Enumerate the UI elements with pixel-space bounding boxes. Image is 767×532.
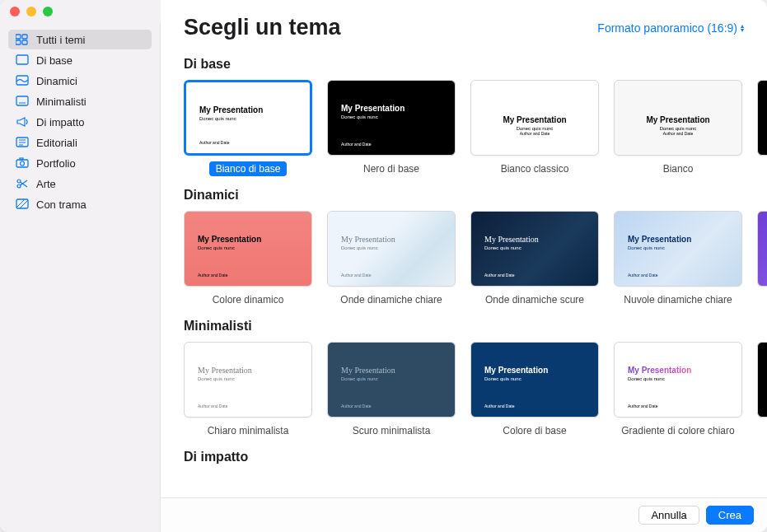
- theme-thumbnail: My Presentation Donec quis nunc Author a…: [184, 80, 312, 156]
- theme-card-partial[interactable]: [757, 211, 767, 307]
- scissors-icon: [15, 177, 30, 190]
- theme-thumbnail: My Presentation Donec quis nunc Author a…: [614, 80, 742, 156]
- theme-card[interactable]: My Presentation Donec quis nunc Author a…: [470, 211, 599, 307]
- theme-thumbnail: My Presentation Donec quis nunc Author a…: [470, 211, 599, 287]
- theme-thumbnail: [757, 80, 767, 156]
- sidebar-item-editoriali[interactable]: Editoriali: [8, 133, 152, 152]
- sidebar-item-con-trama[interactable]: Con trama: [8, 194, 152, 214]
- preview-footer: Author and Date: [484, 273, 585, 278]
- preview-title: My Presentation: [198, 235, 298, 244]
- preview-title: My Presentation: [341, 366, 442, 375]
- preview-subtitle: Donec quis nunc: [341, 114, 442, 119]
- theme-thumbnail: My Presentation Donec quis nunc Author a…: [614, 342, 742, 418]
- theme-label: Colore di base: [496, 423, 573, 438]
- sidebar-item-minimalisti[interactable]: Minimalisti: [8, 91, 152, 111]
- grid-icon: [15, 33, 30, 46]
- theme-card[interactable]: My Presentation Donec quis nunc Author a…: [184, 211, 312, 307]
- svg-point-13: [21, 161, 25, 166]
- theme-card[interactable]: My Presentation Donec quis nunc Author a…: [327, 342, 456, 438]
- svg-rect-0: [16, 35, 21, 39]
- square-icon: [15, 54, 30, 67]
- sidebar-item-label: Di impatto: [36, 116, 85, 128]
- format-selector[interactable]: Formato panoramico (16:9) ▴▾: [597, 21, 744, 35]
- sidebar-item-di-base[interactable]: Di base: [8, 50, 152, 70]
- sidebar-item-label: Minimalisti: [36, 96, 87, 108]
- preview-footer: Author and Date: [484, 404, 585, 408]
- theme-row: My Presentation Donec quis nunc Author a…: [184, 211, 767, 307]
- theme-thumbnail: My Presentation Donec quis nunc Author a…: [327, 342, 456, 418]
- theme-card[interactable]: My Presentation Donec quis nunc Author a…: [614, 211, 742, 307]
- theme-thumbnail: My Presentation Donec quis nunc Author a…: [470, 342, 599, 418]
- section-title: Minimalisti: [184, 319, 767, 334]
- theme-card-partial[interactable]: [757, 80, 767, 176]
- theme-card[interactable]: My Presentation Donec quis nunc Author a…: [327, 80, 456, 176]
- preview-footer: Author and Date: [628, 404, 728, 408]
- preview-title: My Presentation: [628, 366, 728, 375]
- theme-gallery: Di base My Presentation Donec quis nunc …: [161, 45, 767, 497]
- theme-label: Onde dinamiche scure: [479, 292, 591, 307]
- zoom-window-button[interactable]: [43, 7, 53, 16]
- close-window-button[interactable]: [10, 7, 20, 16]
- theme-thumbnail: My Presentation Donec quis nunc Author a…: [327, 211, 456, 287]
- preview-footer: Author and Date: [484, 131, 585, 136]
- sidebar-item-arte[interactable]: Arte: [8, 174, 152, 194]
- theme-thumbnail: [757, 342, 767, 418]
- preview-subtitle: Donec quis nunc: [198, 376, 298, 381]
- sidebar: Tutti i temi Di base Dinamici Minimalist…: [0, 0, 161, 532]
- page-title: Scegli un tema: [184, 15, 341, 40]
- cancel-button[interactable]: Annulla: [638, 506, 699, 525]
- theme-thumbnail: [757, 211, 767, 287]
- preview-title: My Presentation: [199, 105, 297, 114]
- preview-title: My Presentation: [198, 366, 298, 375]
- minimize-window-button[interactable]: [26, 7, 36, 16]
- sidebar-item-label: Editoriali: [36, 137, 77, 149]
- theme-card[interactable]: My Presentation Donec quis nunc Author a…: [614, 342, 742, 438]
- minimal-icon: [15, 95, 30, 108]
- theme-card-partial[interactable]: [757, 342, 767, 438]
- svg-rect-4: [16, 55, 28, 64]
- sidebar-item-label: Arte: [36, 178, 56, 190]
- section-title: Di base: [184, 57, 767, 72]
- theme-row: My Presentation Donec quis nunc Author a…: [184, 80, 767, 176]
- dynamic-icon: [15, 74, 30, 87]
- theme-card[interactable]: My Presentation Donec quis nunc Author a…: [614, 80, 742, 176]
- sidebar-item-dinamici[interactable]: Dinamici: [8, 71, 152, 91]
- theme-label: Nero di base: [357, 161, 426, 176]
- preview-subtitle: Donec quis nunc: [484, 376, 585, 381]
- theme-card[interactable]: My Presentation Donec quis nunc Author a…: [327, 211, 456, 307]
- theme-card[interactable]: My Presentation Donec quis nunc Author a…: [184, 342, 312, 438]
- sidebar-item-tutti-i-temi[interactable]: Tutti i temi: [8, 30, 152, 49]
- preview-title: My Presentation: [341, 104, 442, 113]
- preview-title: My Presentation: [646, 115, 709, 124]
- theme-label: Nuvole dinamiche chiare: [617, 292, 738, 307]
- preview-footer: Author and Date: [198, 404, 298, 408]
- sidebar-item-di-impatto[interactable]: Di impatto: [8, 112, 152, 132]
- theme-card[interactable]: My Presentation Donec quis nunc Author a…: [184, 80, 312, 176]
- create-button[interactable]: Crea: [706, 506, 754, 525]
- svg-rect-6: [16, 96, 28, 105]
- texture-icon: [15, 198, 30, 211]
- preview-footer: Author and Date: [341, 273, 442, 278]
- titlebar: [0, 0, 161, 23]
- theme-thumbnail: My Presentation Donec quis nunc Author a…: [614, 211, 742, 287]
- megaphone-icon: [15, 115, 30, 128]
- theme-label: Bianco di base: [209, 161, 288, 176]
- preview-subtitle: Donec quis nunc: [199, 116, 297, 121]
- theme-card[interactable]: My Presentation Donec quis nunc Author a…: [470, 80, 599, 176]
- theme-thumbnail: My Presentation Donec quis nunc Author a…: [184, 211, 312, 287]
- camera-icon: [15, 156, 30, 170]
- theme-row: My Presentation Donec quis nunc Author a…: [184, 342, 767, 438]
- sidebar-item-label: Portfolio: [36, 157, 76, 170]
- theme-label: Gradiente di colore chiaro: [615, 423, 741, 438]
- theme-label: Bianco: [657, 161, 700, 176]
- preview-title: My Presentation: [628, 235, 728, 244]
- svg-rect-2: [16, 40, 21, 44]
- sidebar-item-label: Con trama: [36, 198, 87, 211]
- theme-label: Bianco classico: [494, 161, 576, 176]
- sidebar-item-portfolio[interactable]: Portfolio: [8, 153, 152, 173]
- sidebar-item-label: Tutti i temi: [36, 34, 85, 46]
- preview-footer: Author and Date: [628, 131, 728, 136]
- svg-rect-3: [22, 40, 27, 44]
- theme-card[interactable]: My Presentation Donec quis nunc Author a…: [470, 342, 599, 438]
- svg-line-21: [20, 200, 28, 208]
